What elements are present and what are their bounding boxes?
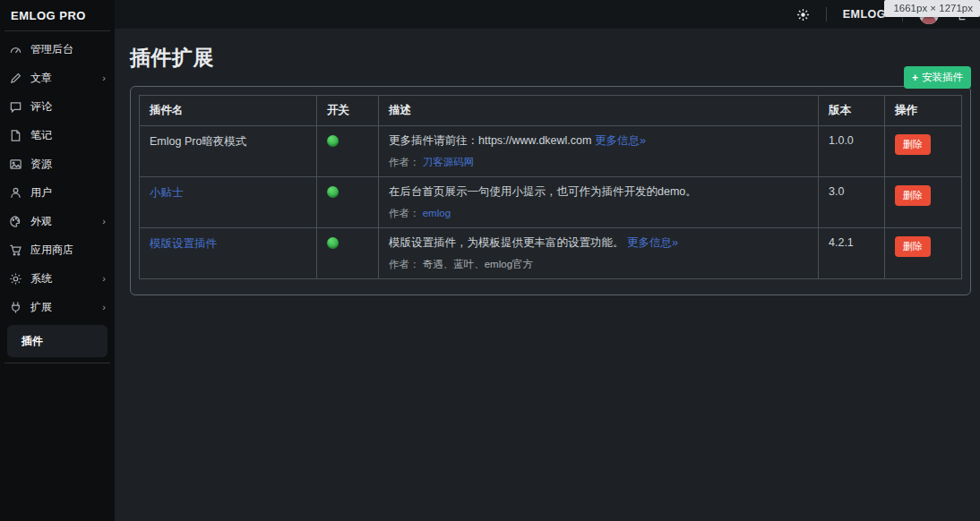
table-row: Emlog Pro暗夜模式 更多插件请前往：https://www.dkewl.…: [140, 126, 962, 177]
pencil-icon: [9, 72, 22, 85]
sidebar-item-plugins-active[interactable]: 插件: [7, 325, 107, 357]
plugins-table: 插件名开关描述版本操作 Emlog Pro暗夜模式 更多插件请前往：https:…: [139, 95, 962, 279]
note-icon: [9, 129, 22, 142]
sidebar-divider-bottom: [4, 363, 110, 363]
comment-icon: [9, 100, 22, 114]
sidebar-item-cart[interactable]: 应用商店 ›: [0, 235, 115, 264]
sidebar-item-plug[interactable]: 扩展 ›: [0, 293, 115, 321]
toggle-on-icon[interactable]: [327, 186, 339, 198]
column-header: 版本: [819, 96, 885, 126]
sidebar: EMLOG PRO 管理后台 › 文章 › 评论 › 笔记 › 资源 › 用户 …: [0, 0, 115, 521]
sidebar-item-dashboard[interactable]: 管理后台 ›: [0, 35, 115, 64]
image-icon: [9, 158, 22, 171]
plugin-name-link[interactable]: 小贴士: [150, 186, 184, 199]
sidebar-item-label: 文章: [30, 71, 52, 86]
table-header-row: 插件名开关描述版本操作: [140, 96, 962, 126]
sidebar-item-label: 系统: [30, 271, 52, 286]
author-link[interactable]: emlog: [423, 208, 451, 218]
author-link[interactable]: 刀客源码网: [423, 157, 475, 167]
cart-icon: [9, 243, 22, 257]
sidebar-item-image[interactable]: 资源 ›: [0, 149, 115, 178]
delete-button[interactable]: 删除: [895, 134, 931, 155]
dashboard-icon: [9, 43, 22, 56]
gear-icon: [9, 272, 22, 286]
chevron-right-icon: ›: [102, 273, 106, 284]
sidebar-item-label: 用户: [30, 185, 52, 201]
plugin-version: 4.2.1: [819, 228, 885, 279]
delete-button[interactable]: 删除: [895, 236, 931, 257]
palette-icon: [9, 215, 22, 228]
plugin-description: 模版设置插件，为模板提供更丰富的设置功能。 更多信息»: [389, 236, 808, 250]
plugin-version: 1.0.0: [819, 126, 885, 177]
topbar-brand-link[interactable]: EMLOG: [843, 8, 886, 21]
dimension-badge: 1661px × 1271px: [884, 0, 980, 17]
sidebar-item-label: 资源: [30, 157, 52, 172]
sidebar-item-label: 扩展: [30, 300, 52, 315]
plugin-name: Emlog Pro暗夜模式: [150, 135, 246, 148]
plugin-author: 作者： 奇遇、蓝叶、emlog官方: [389, 258, 808, 271]
column-header: 操作: [885, 96, 962, 126]
plugin-description: 更多插件请前往：https://www.dkewl.com 更多信息»: [389, 134, 808, 148]
sidebar-item-comment[interactable]: 评论 ›: [0, 92, 115, 121]
plug-icon: [9, 301, 22, 314]
user-icon: [9, 186, 22, 200]
content-area: 插件扩展 + 安装插件 插件名开关描述版本操作 Emlog Pro暗夜模式 更多…: [115, 29, 980, 521]
plus-icon: +: [912, 72, 918, 84]
sidebar-item-gear[interactable]: 系统 ›: [0, 264, 115, 293]
column-header: 开关: [317, 96, 379, 126]
sidebar-item-label: 管理后台: [30, 42, 73, 57]
theme-toggle-sun-icon[interactable]: [796, 8, 810, 21]
column-header: 描述: [379, 96, 819, 126]
sidebar-nav: 管理后台 › 文章 › 评论 › 笔记 › 资源 › 用户 › 外观 › 应用商…: [0, 31, 115, 321]
sidebar-item-label: 评论: [30, 99, 52, 115]
plugin-name-link[interactable]: 模版设置插件: [150, 237, 217, 250]
topbar: EMLOG: [115, 0, 980, 29]
plugin-author: 作者： emlog: [389, 207, 808, 220]
more-info-link[interactable]: 更多信息»: [627, 236, 678, 249]
topbar-divider: [826, 7, 827, 21]
sidebar-item-label: 外观: [30, 214, 52, 229]
page-title: 插件扩展: [130, 44, 971, 72]
toggle-on-icon[interactable]: [327, 135, 339, 147]
more-info-link[interactable]: 更多信息»: [595, 134, 646, 147]
toggle-on-icon[interactable]: [327, 237, 339, 249]
sidebar-item-label: 笔记: [30, 128, 52, 143]
chevron-right-icon: ›: [102, 216, 106, 226]
sidebar-item-pencil[interactable]: 文章 ›: [0, 64, 115, 92]
app-root: EMLOG PRO 管理后台 › 文章 › 评论 › 笔记 › 资源 › 用户 …: [0, 0, 980, 521]
column-header: 插件名: [140, 96, 317, 126]
table-row: 小贴士 在后台首页展示一句使用小提示，也可作为插件开发的demo。 作者： em…: [140, 177, 962, 228]
delete-button[interactable]: 删除: [895, 185, 931, 206]
chevron-right-icon: ›: [102, 73, 106, 83]
sidebar-item-label: 应用商店: [30, 243, 73, 258]
plugin-description: 在后台首页展示一句使用小提示，也可作为插件开发的demo。: [389, 185, 808, 199]
sidebar-item-note[interactable]: 笔记 ›: [0, 121, 115, 149]
sidebar-item-palette[interactable]: 外观 ›: [0, 207, 115, 235]
chevron-right-icon: ›: [102, 302, 106, 312]
sidebar-item-user[interactable]: 用户 ›: [0, 178, 115, 207]
install-plugin-label: 安装插件: [922, 71, 963, 84]
plugin-author: 作者： 刀客源码网: [389, 156, 808, 169]
plugin-version: 3.0: [819, 177, 885, 228]
main-column: EMLOG 插件扩展 + 安装插件 插件名开关: [115, 0, 980, 521]
app-logo: EMLOG PRO: [0, 0, 115, 30]
table-row: 模版设置插件 模版设置插件，为模板提供更丰富的设置功能。 更多信息» 作者： 奇…: [140, 228, 962, 279]
plugins-panel: 插件名开关描述版本操作 Emlog Pro暗夜模式 更多插件请前往：https:…: [130, 86, 971, 295]
install-plugin-button[interactable]: + 安装插件: [904, 66, 971, 89]
